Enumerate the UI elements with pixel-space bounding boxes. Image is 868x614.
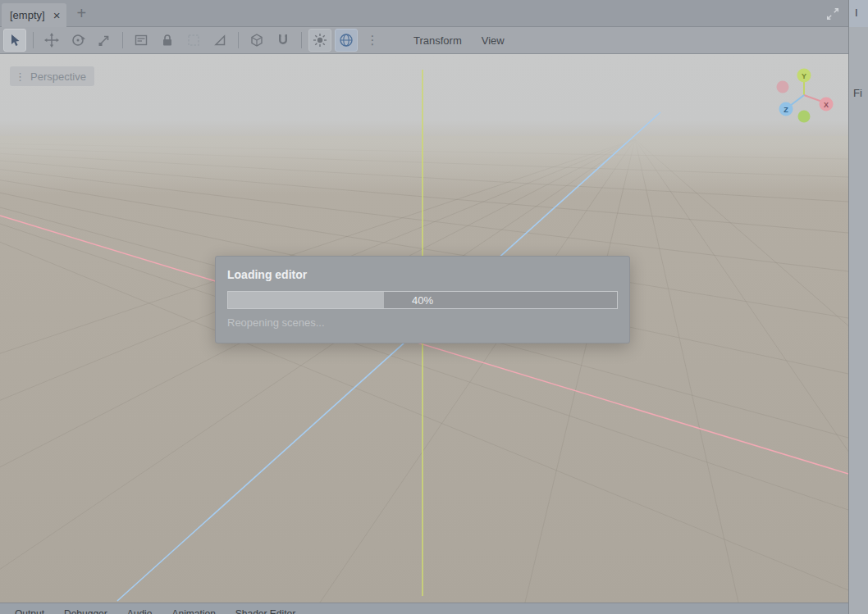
loading-progress-bar: 40% (227, 291, 618, 309)
loading-dialog: Loading editor 40% Reopening scenes... (215, 256, 630, 343)
scale-icon (96, 32, 112, 48)
bottom-tab-shader-editor[interactable]: Shader Editor (235, 608, 295, 614)
ruler-button[interactable] (208, 29, 231, 52)
view-menu[interactable]: View (472, 34, 514, 47)
expand-viewport-button[interactable] (824, 5, 842, 23)
lock-button[interactable] (156, 29, 179, 52)
toolbar-separator (33, 32, 34, 48)
preview-environment-button[interactable] (335, 29, 358, 52)
local-space-button[interactable] (245, 29, 268, 52)
gizmo-x-label: X (824, 101, 829, 109)
magnet-icon (275, 32, 291, 48)
tab-close-icon[interactable]: × (53, 9, 61, 21)
gizmo-z-label: Z (783, 106, 788, 114)
inspector-tab-fragment[interactable]: I (849, 0, 868, 27)
bottom-tab-animation[interactable]: Animation (171, 608, 215, 614)
loading-status-text: Reopening scenes... (227, 316, 618, 329)
scene-tab-label: [empty] (10, 9, 45, 21)
move-tool-button[interactable] (40, 29, 63, 52)
axis-gizmo[interactable]: Y X Z (773, 64, 835, 126)
z-axis-line (117, 112, 660, 601)
globe-icon (338, 32, 354, 48)
bottom-tab-audio[interactable]: Audio (127, 608, 153, 614)
toolbar-separator (122, 32, 123, 48)
toolbar-separator (238, 32, 239, 48)
vertical-dots-icon: ⋮ (367, 33, 379, 48)
sun-icon (312, 32, 328, 48)
gizmo-neg-y-ball (798, 111, 811, 123)
inspector-tab-text: I (855, 7, 858, 19)
perspective-menu-button[interactable]: ⋮ Perspective (10, 66, 94, 86)
scale-tool-button[interactable] (93, 29, 116, 52)
right-dock-strip: I Fi (848, 0, 868, 614)
snap-button[interactable] (272, 29, 295, 52)
cube-icon (249, 32, 265, 48)
rotate-icon (70, 32, 86, 48)
gizmo-neg-x-ball (777, 81, 789, 93)
expand-arrows-icon (825, 7, 840, 21)
scene-tab-empty[interactable]: [empty] × (2, 3, 66, 27)
lock-icon (159, 32, 176, 48)
editor-window: [empty] × + (0, 0, 868, 614)
select-tool-button[interactable] (3, 29, 26, 52)
gizmo-y-label: Y (802, 72, 806, 80)
loading-progress-percent: 40% (228, 292, 617, 308)
preview-sunlight-button[interactable] (308, 29, 331, 52)
list-select-icon (133, 32, 149, 48)
loading-dialog-title: Loading editor (227, 268, 618, 281)
vertical-dots-icon: ⋮ (15, 70, 25, 83)
scene-tab-bar: [empty] × + (0, 0, 848, 27)
group-button[interactable] (182, 29, 205, 52)
transform-menu[interactable]: Transform (404, 34, 472, 47)
bottom-tab-debugger[interactable]: Debugger (64, 608, 107, 614)
perspective-label: Perspective (30, 70, 86, 83)
x-axis-line (0, 216, 848, 474)
viewport-toolbar: ⋮ Transform View (0, 27, 848, 54)
list-select-tool-button[interactable] (130, 29, 153, 52)
select-arrow-icon (7, 32, 23, 48)
bottom-panel-bar: Output Debugger Audio Animation Shader E… (0, 603, 848, 614)
group-dashed-box-icon (185, 32, 202, 48)
add-tab-button[interactable]: + (76, 5, 86, 21)
more-options-button[interactable]: ⋮ (361, 29, 384, 52)
bottom-tab-output[interactable]: Output (15, 608, 44, 614)
filter-label-fragment: Fi (853, 87, 862, 99)
toolbar-separator (301, 32, 302, 48)
ruler-triangle-icon (212, 32, 228, 48)
rotate-tool-button[interactable] (66, 29, 89, 52)
move-icon (43, 32, 60, 48)
